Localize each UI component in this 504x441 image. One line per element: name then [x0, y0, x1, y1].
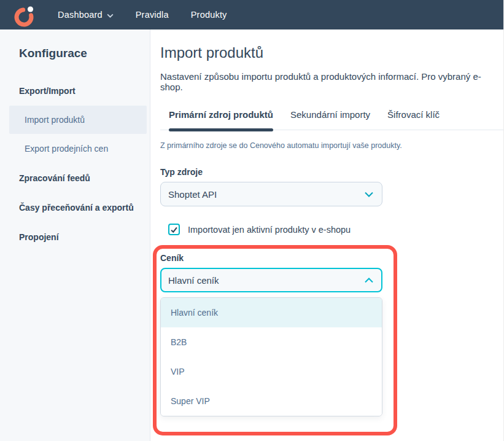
source-type-label: Typ zdroje: [160, 167, 503, 177]
tab-bar: Primární zdroj produktů Sekundární impor…: [160, 108, 503, 130]
source-type-select-value: Shoptet API: [168, 189, 217, 200]
chevron-down-icon: [107, 14, 114, 18]
sidebar-item-zpracovani-feedu[interactable]: Zpracování feedů: [0, 163, 150, 193]
sidebar: Konfigurace Export/Import Import produkt…: [0, 29, 150, 441]
main-content: Import produktů Nastavení způsobu import…: [150, 29, 503, 441]
pricelist-option-hlavni-cenik[interactable]: Hlavní ceník: [161, 298, 382, 327]
pricelist-select[interactable]: Hlavní ceník: [160, 268, 382, 292]
sidebar-title: Konfigurace: [0, 47, 150, 60]
sidebar-item-export-import[interactable]: Export/Import: [0, 76, 150, 106]
pricelist-option-vip[interactable]: VIP: [161, 357, 382, 386]
page-title: Import produktů: [160, 44, 503, 61]
tab-sekundarni-importy[interactable]: Sekundární importy: [282, 108, 379, 130]
pricelist-label: Ceník: [160, 253, 382, 263]
nav-item-pravidla[interactable]: Pravidla: [136, 10, 169, 20]
pricelist-section: Ceník Hlavní ceník Hlavní ceník B2B VIP …: [160, 253, 382, 416]
top-nav-menu: Dashboard Pravidla Produkty: [58, 10, 227, 20]
nav-item-label: Pravidla: [136, 10, 169, 20]
tab-helper-text: Z primárního zdroje se do Cenového autom…: [160, 141, 503, 150]
tab-primarni-zdroj-produktu[interactable]: Primární zdroj produktů: [160, 108, 282, 130]
pricelist-option-super-vip[interactable]: Super VIP: [161, 386, 382, 416]
page-subtitle: Nastavení způsobu importu produktů a pro…: [160, 71, 503, 92]
nav-item-dashboard[interactable]: Dashboard: [58, 10, 114, 20]
sidebar-item-export-prodejnich-cen[interactable]: Export prodejních cen: [0, 134, 150, 163]
pricelist-option-b2b[interactable]: B2B: [161, 327, 382, 357]
nav-item-produkty[interactable]: Produkty: [191, 10, 227, 20]
active-only-checkbox-label[interactable]: Importovat jen aktivní produkty v e-shop…: [188, 225, 351, 235]
source-type-select[interactable]: Shoptet API: [160, 182, 382, 206]
sidebar-nav: Export/Import Import produktů Export pro…: [0, 76, 150, 252]
sidebar-item-propojeni[interactable]: Propojení: [0, 222, 150, 252]
pricelist-dropdown: Hlavní ceník B2B VIP Super VIP: [160, 297, 382, 416]
chevron-down-icon: [365, 192, 373, 197]
nav-item-label: Produkty: [191, 10, 227, 20]
sidebar-item-import-produktu[interactable]: Import produktů: [9, 106, 147, 134]
sidebar-item-casy-precenovani[interactable]: Časy přeceňování a exportů: [0, 193, 150, 222]
app-window: Dashboard Pravidla Produkty Konfigurace …: [0, 0, 504, 441]
nav-item-label: Dashboard: [58, 10, 103, 20]
chevron-up-icon: [365, 278, 373, 283]
tab-sifrovaci-klic[interactable]: Šifrovací klíč: [379, 108, 448, 130]
brand-logo-icon[interactable]: [12, 2, 37, 29]
check-icon: [170, 226, 178, 233]
top-nav-bar: Dashboard Pravidla Produkty: [0, 0, 503, 29]
active-only-checkbox[interactable]: [168, 224, 180, 235]
active-only-row: Importovat jen aktivní produkty v e-shop…: [168, 224, 503, 235]
pricelist-select-value: Hlavní ceník: [168, 275, 219, 286]
